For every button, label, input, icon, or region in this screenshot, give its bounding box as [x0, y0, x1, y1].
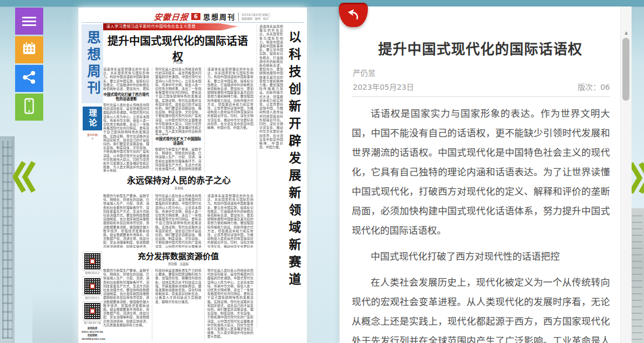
background-building-right: [630, 208, 644, 343]
triangle-up-icon[interactable]: ▲: [621, 30, 632, 35]
column-text: 数据作为新型生产要素，是数字化、网络化、智能化的基础，已快速融入生产、分配、流通…: [155, 147, 201, 171]
article-title: 提升中国式现代化的国际话语权: [351, 38, 610, 58]
lead-article-columns: 话语体系是思想理论的外在表达，关系国家形象与国际影响力。构建中国话语和中国叙事体…: [103, 67, 253, 172]
news-column: 现代化是人类社会从传统走向现代的深刻变革，是世界各国共同面临的历史课题。中国式现…: [152, 67, 201, 172]
column-text: 话语体系是思想理论的外在表达，关系国家形象与国际影响力。构建中国话语和中国叙事体…: [207, 194, 253, 248]
column-text: 现代化是人类社会从传统走向现代的深刻变革，是世界各国共同面临的历史课题。中国式现…: [103, 103, 149, 172]
second-article-columns: 数据作为新型生产要素，是数字化、网络化、智能化的基础，已快速融入生产、分配、流通…: [103, 194, 253, 248]
hamburger-icon: [22, 15, 36, 28]
background-skyline-haze: [32, 292, 81, 343]
panel-scrollbar[interactable]: ▲: [620, 6, 632, 343]
masthead-meta: 2023年5月23日 星期二 值班编辑 版式 校对: [242, 13, 271, 21]
calendar-button[interactable]: [15, 36, 43, 63]
qr-caption: 微博扫码关注: [82, 271, 103, 274]
column-subhead: 中国式现代化扩大了中国国际话语权: [155, 137, 201, 146]
double-chevron-left-icon: [13, 186, 36, 196]
article-body: 话语权是国家实力与国家形象的表达。作为世界文明大国，中国不能没有自己的话语权，更…: [352, 97, 610, 343]
mobile-app-button[interactable]: [15, 94, 43, 121]
chevron-down-icon: ∨: [83, 136, 102, 141]
qr-code-rail: 微博扫码关注 微信扫码关注 客户端扫码下载 新闻热线 0551-65179726…: [82, 252, 103, 341]
previous-page-button[interactable]: [13, 160, 36, 196]
calendar-icon: [22, 41, 37, 58]
qr-caption: 客户端扫码下载: [82, 321, 103, 324]
contact-line: 新闻热线: [88, 327, 97, 329]
column-text: 科技创新是发展新质生产力的核心要素。要强化国家战略科技力量，加强原创性、颠覆性科…: [155, 268, 201, 304]
vertical-headline[interactable]: 以科技创新开辟发展新领域新赛道: [284, 30, 304, 317]
section-title: 思想周刊: [203, 11, 236, 22]
column-text: 话语体系是思想理论的外在表达，关系国家形象与国际影响力。构建中国话语和中国叙事体…: [207, 67, 253, 129]
column-text: 现代化是人类社会从传统走向现代的深刻变革，是世界各国共同面临的历史课题。中国式现…: [155, 67, 201, 135]
news-column: 话语体系是思想理论的外在表达，关系国家形象与国际影响力。构建中国话语和中国叙事体…: [204, 67, 253, 172]
side-toolbar: [15, 8, 43, 122]
rail-title: 思想周刊: [83, 30, 102, 97]
second-article-author: 李孝纯: [111, 186, 247, 190]
section-rail: 思想周刊: [82, 24, 103, 103]
page-number-badge: 6: [191, 13, 200, 20]
right-news-column: 话语体系是思想理论的外在表达，关系国家形象与国际影响力。构建中国话语和中国叙事体…: [257, 24, 283, 327]
article-paragraph: 在人类社会发展历史上，现代化被定义为一个从传统转向现代的宏观社会变革进程。从人类…: [352, 273, 610, 343]
newspaper-page-thumbnail[interactable]: 安徽日报 6 思想周刊 2023年5月23日 星期二 值班编辑 版式 校对 思想…: [78, 8, 307, 343]
meta-divider: [352, 96, 610, 97]
column-text: 数据作为新型生产要素，是数字化、网络化、智能化的基础，已快速融入生产、分配、流通…: [103, 194, 149, 248]
background-building-left: [0, 136, 15, 343]
lead-article-author: 严仍昱: [104, 60, 251, 64]
edition-label: 版次：06: [578, 81, 610, 92]
column-text: 数据作为新型生产要素，是数字化、网络化、智能化的基础，已快速融入生产、分配、流通…: [103, 268, 149, 327]
contact-line: 投稿邮箱: [88, 334, 97, 337]
menu-button[interactable]: [15, 8, 43, 35]
masthead-divider: [238, 12, 239, 21]
column-text: 现代化是人类社会从传统走向现代的深刻变革，是世界各国共同面临的历史课题。中国式现…: [207, 268, 253, 339]
rail-category-box: 理论: [83, 107, 102, 130]
article-date: 2023年05月23日: [353, 81, 414, 92]
scrollbar-thumb[interactable]: [622, 38, 629, 101]
contact-info: 新闻热线 0551-65179726 投稿邮箱 ahrbllb@163.com: [82, 327, 103, 341]
second-article-headline[interactable]: 永远保持对人民的赤子之心: [111, 173, 247, 186]
qr-code: [83, 302, 102, 320]
share-icon: [22, 70, 36, 87]
article-paragraph: 话语权是国家实力与国家形象的表达。作为世界文明大国，中国不能没有自己的话语权，更…: [352, 104, 610, 240]
smartphone-icon: [22, 98, 36, 116]
contact-line: ahrbllb@163.com: [82, 338, 105, 340]
article-meta-row: 2023年05月23日 版次：06: [353, 81, 610, 92]
third-article-headline[interactable]: 充分发挥数据资源价值: [103, 250, 253, 261]
qr-code: [83, 252, 102, 271]
column-text: 话语体系是思想理论的外在表达，关系国家形象与国际影响力。构建中国话语和中国叙事体…: [103, 67, 149, 91]
masthead-rule: [82, 22, 304, 23]
masthead-date: 2023年5月23日 星期二: [242, 13, 271, 16]
article-reading-panel: 提升中国式现代化的国际话语权 严仍昱 2023年05月23日 版次：06 话语权…: [339, 6, 632, 343]
third-article-authors: 洪功翔 高晨彬: [103, 262, 253, 266]
article-subheading: 中国式现代化打破了西方对现代性的话语把控: [352, 247, 610, 266]
column-text: 现代化是人类社会从传统走向现代的深刻变革，是世界各国共同面临的历史课题。中国式现…: [155, 194, 201, 248]
qr-code: [83, 277, 102, 295]
undo-arrow-icon: [346, 8, 361, 23]
masthead-staff: 值班编辑 版式 校对: [242, 17, 269, 20]
rail-category-label: 理论: [87, 109, 98, 128]
newspaper-masthead: 安徽日报 6 思想周刊 2023年5月23日 星期二 值班编辑 版式 校对: [154, 11, 271, 22]
theme-ribbon: 深入学习贯彻习近平新时代中国特色社会主义思想: [103, 23, 238, 30]
vertical-headline-text: 以科技创新开辟发展新领域新赛道: [285, 30, 303, 317]
column-text: 话语体系是思想理论的外在表达，关系国家形象与国际影响力。构建中国话语和中国叙事体…: [259, 24, 283, 149]
article-author: 严仍昱: [353, 67, 375, 78]
app-window: 安徽日报 6 思想周刊 2023年5月23日 星期二 值班编辑 版式 校对 思想…: [0, 0, 644, 343]
column-subhead: 中国式现代化打破了西方现代性的话语垄断: [103, 93, 149, 101]
contact-line: 0551-65179726: [82, 331, 103, 333]
third-article-columns: 数据作为新型生产要素，是数字化、网络化、智能化的基础，已快速融入生产、分配、流通…: [103, 268, 253, 341]
share-button[interactable]: [15, 65, 43, 92]
qr-caption: 微信扫码关注: [82, 296, 103, 299]
rail-issue-number: 第290期: [83, 133, 102, 136]
newspaper-brand: 安徽日报: [153, 11, 189, 22]
news-column: 话语体系是思想理论的外在表达，关系国家形象与国际影响力。构建中国话语和中国叙事体…: [103, 67, 149, 172]
